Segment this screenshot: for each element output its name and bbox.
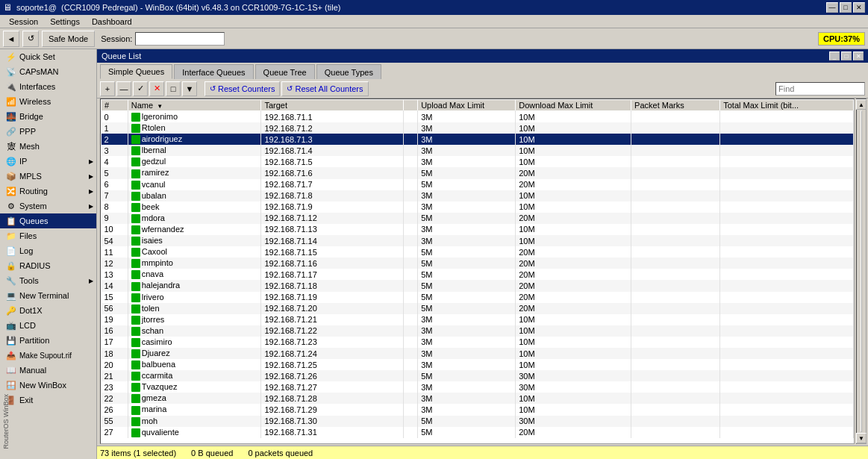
sidebar-item-wireless[interactable]: 📶 Wireless <box>0 94 96 109</box>
tab-queue-types[interactable]: Queue Types <box>316 64 381 79</box>
cell-arrow <box>404 145 418 156</box>
queue-table-container[interactable]: # Name ▼ Target Upload Max Limit Downloa… <box>100 99 855 444</box>
sidebar-item-routing[interactable]: 🔀 Routing ▶ <box>0 184 96 199</box>
reset-counters-button[interactable]: ↺ Reset Counters <box>204 81 280 96</box>
table-row[interactable]: 11 Caxool 192.168.71.15 5M 20M <box>102 246 854 257</box>
table-row[interactable]: 7 ubalan 192.168.71.8 3M 10M <box>102 190 854 202</box>
filter-button[interactable]: ▼ <box>182 81 197 96</box>
manual-icon: 📖 <box>6 365 16 375</box>
table-row[interactable]: 12 mmpinto 192.168.71.16 5M 20M <box>102 257 854 269</box>
table-row[interactable]: 16 schan 192.168.71.22 3M 10M <box>102 325 854 337</box>
remove-button[interactable]: — <box>116 81 131 96</box>
col-target[interactable]: Target <box>261 100 404 111</box>
sidebar-item-bridge[interactable]: 🌉 Bridge <box>0 109 96 124</box>
cell-num: 7 <box>102 190 128 202</box>
sidebar-item-quick-set[interactable]: ⚡ Quick Set <box>0 49 96 64</box>
sidebar-item-queues[interactable]: 📋 Queues <box>0 213 96 228</box>
sidebar-item-new-winbox[interactable]: 🪟 New WinBox <box>0 378 96 393</box>
table-row[interactable]: 20 balbuena 192.168.71.25 3M 10M <box>102 359 854 370</box>
table-row[interactable]: 8 beek 192.168.71.9 3M 10M <box>102 202 854 213</box>
sidebar-item-mpls[interactable]: 📦 MPLS ▶ <box>0 169 96 184</box>
menu-session[interactable]: Session <box>3 16 44 27</box>
sidebar-item-dot1x[interactable]: 🔑 Dot1X <box>0 303 96 318</box>
find-input[interactable] <box>775 82 865 96</box>
cell-upload: 5M <box>418 246 516 257</box>
table-row[interactable]: 10 wfernandez 192.168.71.13 3M 10M <box>102 224 854 235</box>
enable-button[interactable]: ✓ <box>133 81 148 96</box>
table-row[interactable]: 18 Djuarez 192.168.71.24 3M 10M <box>102 348 854 359</box>
table-row[interactable]: 19 jtorres 192.168.71.21 3M 10M <box>102 314 854 325</box>
sidebar-item-exit[interactable]: 🚪 Exit <box>0 393 96 408</box>
col-name[interactable]: Name ▼ <box>128 100 261 111</box>
table-row[interactable]: 3 lbernal 192.168.71.4 3M 10M <box>102 145 854 156</box>
back-button[interactable]: ◄ <box>3 31 19 47</box>
col-marks[interactable]: Packet Marks <box>631 100 720 111</box>
table-row[interactable]: 56 tolen 192.168.71.20 5M 20M <box>102 303 854 314</box>
table-row[interactable]: 21 ccarmita 192.168.71.26 5M 30M <box>102 370 854 381</box>
minimize-button[interactable]: — <box>826 2 838 13</box>
close-button[interactable]: ✕ <box>853 2 865 13</box>
queue-maximize-button[interactable]: □ <box>841 51 852 60</box>
sidebar-item-interfaces[interactable]: 🔌 Interfaces <box>0 79 96 94</box>
col-num[interactable]: # <box>102 100 128 111</box>
scroll-up-arrow[interactable]: ▲ <box>856 99 867 110</box>
table-row[interactable]: 14 halejandra 192.168.71.18 5M 20M <box>102 280 854 291</box>
sidebar-item-ip[interactable]: 🌐 IP ▶ <box>0 154 96 169</box>
col-download[interactable]: Download Max Limit <box>516 100 631 111</box>
table-row[interactable]: 5 ramirez 192.168.71.6 5M 20M <box>102 167 854 178</box>
add-button[interactable]: + <box>100 81 115 96</box>
queue-minimize-button[interactable]: _ <box>829 51 840 60</box>
status-queued: 0 B queued <box>191 449 233 458</box>
table-row[interactable]: 23 Tvazquez 192.168.71.27 3M 30M <box>102 381 854 393</box>
refresh-button[interactable]: ↺ <box>22 31 39 47</box>
reset-all-counters-button[interactable]: ↺ Reset All Counters <box>281 81 368 96</box>
table-row[interactable]: 15 lrivero 192.168.71.19 5M 20M <box>102 292 854 303</box>
table-row[interactable]: 1 Rtolen 192.168.71.2 3M 10M <box>102 122 854 134</box>
dot1x-icon: 🔑 <box>6 305 16 316</box>
table-row[interactable]: 17 casimiro 192.168.71.23 3M 10M <box>102 337 854 348</box>
table-row[interactable]: 6 vcanul 192.168.71.7 5M 20M <box>102 179 854 190</box>
copy-button[interactable]: □ <box>166 81 181 96</box>
table-row[interactable]: 13 cnava 192.168.71.17 5M 20M <box>102 269 854 280</box>
sidebar-item-files[interactable]: 📁 Files <box>0 228 96 243</box>
sidebar-item-radius[interactable]: 🔒 RADIUS <box>0 258 96 273</box>
scroll-down-arrow[interactable]: ▼ <box>856 433 867 443</box>
sidebar-item-capsman[interactable]: 📡 CAPsMAN <box>0 64 96 79</box>
tab-queue-tree[interactable]: Queue Tree <box>255 64 315 79</box>
tabs-bar: Simple Queues Interface Queues Queue Tre… <box>97 63 868 79</box>
cell-download: 10M <box>516 224 631 235</box>
scroll-thumb[interactable] <box>861 110 862 432</box>
col-total[interactable]: Total Max Limit (bit... <box>720 100 854 111</box>
session-input[interactable] <box>135 32 225 46</box>
table-row[interactable]: 26 marina 192.168.71.29 3M 10M <box>102 404 854 415</box>
table-row[interactable]: 54 isaies 192.168.71.14 3M 10M <box>102 235 854 246</box>
sidebar-item-new-terminal[interactable]: 💻 New Terminal <box>0 288 96 303</box>
col-upload[interactable]: Upload Max Limit <box>418 100 516 111</box>
sidebar-item-mesh[interactable]: 🕸 Mesh <box>0 139 96 154</box>
sidebar-item-make-supout[interactable]: 📤 Make Supout.rif <box>0 348 96 363</box>
maximize-button[interactable]: □ <box>840 2 852 13</box>
sidebar-item-partition[interactable]: 💾 Partition <box>0 333 96 348</box>
table-row[interactable]: 2 airodriguez 192.168.71.3 3M 10M <box>102 134 854 145</box>
menu-dashboard[interactable]: Dashboard <box>86 16 138 27</box>
safe-mode-button[interactable]: Safe Mode <box>42 31 95 47</box>
disable-button[interactable]: ✕ <box>149 81 164 96</box>
queue-close-button[interactable]: ✕ <box>853 51 864 60</box>
sidebar-item-ppp[interactable]: 🔗 PPP <box>0 124 96 139</box>
tab-simple-queues[interactable]: Simple Queues <box>100 64 172 79</box>
sidebar-item-lcd[interactable]: 📺 LCD <box>0 318 96 333</box>
sidebar-item-tools[interactable]: 🔧 Tools ▶ <box>0 273 96 288</box>
vertical-scrollbar[interactable]: ▲ ▼ <box>856 99 867 444</box>
table-row[interactable]: 27 quvaliente 192.168.71.31 5M 20M <box>102 427 854 438</box>
sidebar-item-log[interactable]: 📄 Log <box>0 243 96 258</box>
sidebar-item-system[interactable]: ⚙ System ▶ <box>0 199 96 213</box>
menu-settings[interactable]: Settings <box>44 16 86 27</box>
table-row[interactable]: 55 moh 192.168.71.30 5M 30M <box>102 416 854 427</box>
table-row[interactable]: 0 lgeronimo 192.168.71.1 3M 10M <box>102 111 854 123</box>
table-row[interactable]: 4 gedzul 192.168.71.5 3M 10M <box>102 156 854 167</box>
cell-total <box>720 359 854 370</box>
sidebar-item-manual[interactable]: 📖 Manual <box>0 363 96 378</box>
table-row[interactable]: 9 mdora 192.168.71.12 5M 20M <box>102 213 854 224</box>
tab-interface-queues[interactable]: Interface Queues <box>174 64 253 79</box>
table-row[interactable]: 22 gmeza 192.168.71.28 3M 10M <box>102 393 854 404</box>
